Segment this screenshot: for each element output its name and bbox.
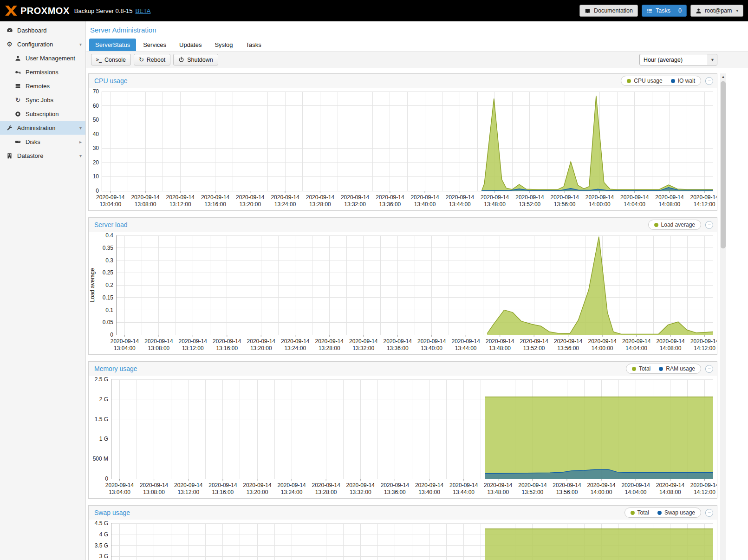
toolbar-button-group: >_Console↻RebootShutdown [91, 54, 218, 65]
tasks-button[interactable]: Tasks 0 [642, 5, 687, 17]
svg-text:2020-09-14: 2020-09-14 [166, 194, 195, 201]
svg-text:2020-09-14: 2020-09-14 [306, 194, 335, 201]
collapse-chart-button[interactable]: − [705, 77, 713, 85]
sidebar-item-subscription[interactable]: Subscription [0, 107, 85, 121]
time-range-value: Hour (average) [640, 57, 708, 63]
legend-dot-icon [671, 79, 675, 83]
svg-text:13:04:00: 13:04:00 [99, 201, 121, 208]
svg-text:13:36:00: 13:36:00 [384, 489, 406, 495]
svg-text:3.5 G: 3.5 G [95, 542, 108, 549]
svg-text:2020-09-14: 2020-09-14 [144, 338, 173, 345]
svg-text:4 G: 4 G [99, 531, 108, 538]
collapse-chart-button[interactable]: − [705, 365, 713, 373]
shutdown-button[interactable]: Shutdown [173, 54, 218, 65]
sidebar-item-remotes[interactable]: Remotes [0, 79, 85, 93]
sidebar-item-sync-jobs[interactable]: ↻Sync Jobs [0, 93, 85, 107]
topbar: PROXMOX Backup Server 0.8-15 BETA Docume… [0, 0, 748, 21]
svg-text:13:44:00: 13:44:00 [453, 489, 475, 495]
sidebar-item-user-management[interactable]: User Management [0, 51, 85, 65]
svg-text:2020-09-14: 2020-09-14 [515, 194, 544, 201]
svg-text:2020-09-14: 2020-09-14 [622, 482, 650, 488]
sidebar-item-configuration[interactable]: ⚙Configuration▾ [0, 37, 85, 51]
svg-text:2.5 G: 2.5 G [95, 376, 108, 383]
sidebar-item-dashboard[interactable]: Dashboard [0, 23, 85, 37]
svg-text:70: 70 [93, 88, 99, 95]
beta-link[interactable]: BETA [135, 7, 150, 14]
button-label: Console [104, 57, 126, 63]
svg-text:2020-09-14: 2020-09-14 [140, 482, 169, 488]
legend-dot-icon [627, 79, 631, 83]
svg-text:0.4: 0.4 [105, 232, 113, 239]
collapse-chart-button[interactable]: − [705, 509, 713, 517]
svg-text:2020-09-14: 2020-09-14 [174, 482, 203, 488]
chevron-down-icon: ▾ [736, 8, 738, 13]
svg-text:14:04:00: 14:04:00 [624, 201, 645, 208]
key-icon [14, 69, 22, 75]
svg-text:14:08:00: 14:08:00 [659, 489, 681, 495]
svg-text:13:12:00: 13:12:00 [177, 489, 199, 495]
server-load-chart: 00.050.10.150.20.250.30.350.42020-09-141… [89, 232, 717, 354]
sidebar-item-disks[interactable]: Disks▸ [0, 135, 85, 149]
svg-text:14:00:00: 14:00:00 [592, 345, 613, 352]
svg-text:14:08:00: 14:08:00 [659, 201, 681, 208]
panel-header: Swap usageTotalSwap usage− [89, 506, 717, 520]
user-menu-button[interactable]: root@pam ▾ [690, 5, 743, 17]
panel-header: Memory usageTotalRAM usage− [89, 362, 717, 376]
sidebar-item-permissions[interactable]: Permissions [0, 65, 85, 79]
legend-dot-icon [631, 511, 635, 515]
scrollbar-thumb[interactable] [721, 81, 726, 248]
chart-legend: CPU usageIO wait [621, 76, 701, 86]
tab-services[interactable]: Services [137, 39, 172, 51]
book-icon [585, 8, 591, 14]
collapse-chart-button[interactable]: − [705, 221, 713, 229]
sidebar-item-administration[interactable]: Administration▾ [0, 121, 85, 135]
chevron-down-icon: ▾ [79, 42, 82, 47]
svg-text:13:16:00: 13:16:00 [204, 201, 226, 208]
legend-item-ram-usage: RAM usage [659, 365, 695, 372]
time-range-select[interactable]: Hour (average) ▼ [639, 54, 717, 65]
svg-text:13:16:00: 13:16:00 [216, 345, 238, 352]
console-button[interactable]: >_Console [91, 54, 131, 65]
svg-text:0.05: 0.05 [103, 319, 114, 326]
chevron-down-icon: ▾ [79, 125, 82, 130]
memory-usage-chart: 0500 M1 G1.5 G2 G2.5 G2020-09-1413:04:00… [89, 376, 717, 498]
legend-item-swap-usage: Swap usage [657, 509, 695, 516]
svg-text:50: 50 [93, 117, 99, 123]
sidebar-item-label: Dashboard [17, 27, 47, 34]
svg-text:2020-09-14: 2020-09-14 [417, 338, 446, 345]
user-icon [14, 55, 22, 61]
documentation-button[interactable]: Documentation [579, 5, 638, 17]
svg-text:1 G: 1 G [99, 436, 108, 442]
svg-text:2020-09-14: 2020-09-14 [315, 338, 344, 345]
server-icon [14, 83, 22, 89]
svg-text:40: 40 [93, 131, 99, 137]
scroll-up-icon[interactable]: ▲ [720, 73, 726, 80]
legend-label: CPU usage [634, 78, 662, 84]
svg-text:13:12:00: 13:12:00 [182, 345, 204, 352]
svg-text:13:32:00: 13:32:00 [352, 345, 374, 352]
wrench-icon [6, 125, 13, 131]
task-list-icon [647, 8, 652, 13]
svg-text:14:00:00: 14:00:00 [591, 489, 612, 495]
svg-text:14:12:00: 14:12:00 [694, 201, 715, 208]
tab-serverstatus[interactable]: ServerStatus [89, 39, 136, 51]
tab-syslog[interactable]: Syslog [208, 39, 239, 51]
sidebar-item-label: Disks [26, 138, 40, 145]
svg-text:13:56:00: 13:56:00 [554, 201, 576, 208]
svg-text:13:08:00: 13:08:00 [143, 489, 165, 495]
tab-updates[interactable]: Updates [173, 39, 208, 51]
svg-text:2020-09-14: 2020-09-14 [410, 194, 439, 201]
svg-text:Load average: Load average [89, 268, 96, 302]
sidebar-item-datastore[interactable]: Datastore▾ [0, 149, 85, 163]
svg-text:13:28:00: 13:28:00 [315, 489, 337, 495]
panel-cpu-usage: CPU usageCPU usageIO wait−01020304050607… [88, 73, 717, 211]
svg-text:0: 0 [96, 188, 99, 194]
reboot-button[interactable]: ↻Reboot [134, 54, 170, 65]
vertical-scrollbar[interactable]: ▲ [720, 73, 726, 560]
legend-dot-icon [632, 367, 636, 371]
svg-text:2020-09-14: 2020-09-14 [452, 338, 481, 345]
tab-tasks[interactable]: Tasks [240, 39, 267, 51]
svg-text:0.25: 0.25 [103, 269, 114, 276]
refresh-icon: ↻ [14, 97, 22, 103]
svg-text:13:52:00: 13:52:00 [519, 201, 541, 208]
